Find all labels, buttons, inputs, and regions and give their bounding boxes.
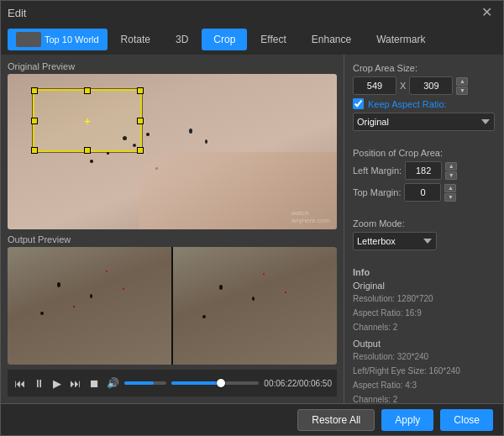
original-info-title: Original	[353, 281, 495, 291]
zoom-mode-group: Zoom Mode: Letterbox Pan & Scan Full	[353, 218, 495, 250]
original-channels: Channels: 2	[353, 321, 495, 334]
output-frame-right	[173, 247, 337, 365]
tab-enhance[interactable]: Enhance	[300, 29, 363, 50]
output-aspect: Aspect Ratio: 4:3	[353, 379, 495, 391]
tab-3d[interactable]: 3D	[164, 29, 200, 50]
play-pause-button[interactable]: ⏸	[32, 376, 46, 391]
height-spinner: ▲ ▼	[456, 77, 468, 95]
video-tab[interactable]: Top 10 World	[8, 29, 108, 50]
output-preview-section: Output Preview	[8, 234, 337, 365]
original-preview-box: + watchanyhere.com	[8, 74, 337, 229]
tab-watermark[interactable]: Watermark	[365, 29, 437, 50]
tab-crop[interactable]: Crop	[202, 29, 247, 50]
top-margin-up-button[interactable]: ▲	[444, 184, 456, 192]
edit-window: Edit ✕ Top 10 World Rotate 3D Crop Effec…	[0, 0, 504, 436]
crop-height-input[interactable]	[409, 76, 453, 95]
go-end-button[interactable]: ⏭	[68, 376, 82, 391]
output-frames	[8, 247, 337, 365]
tab-effect[interactable]: Effect	[249, 29, 297, 50]
video-tab-label: Top 10 World	[45, 34, 99, 45]
progress-fill	[171, 381, 221, 385]
volume-icon: 🔊	[107, 377, 119, 389]
right-panel: Crop Area Size: X ▲ ▼ Keep Aspect Ratio:…	[344, 55, 503, 403]
crop-area-size-label: Crop Area Size:	[353, 63, 495, 73]
left-margin-input[interactable]	[405, 161, 442, 180]
output-preview-box	[8, 247, 337, 365]
close-button[interactable]: Close	[440, 409, 493, 431]
crop-area-size-group: Crop Area Size: X ▲ ▼ Keep Aspect Ratio:…	[353, 63, 495, 131]
main-content: Original Preview	[1, 55, 503, 403]
volume-slider[interactable]	[124, 381, 166, 385]
position-label: Position of Crop Area:	[353, 148, 495, 158]
crop-position-group: Position of Crop Area: Left Margin: ▲ ▼ …	[353, 148, 495, 202]
progress-thumb	[217, 379, 225, 387]
output-channels: Channels: 2	[353, 393, 495, 403]
progress-bar[interactable]	[171, 381, 259, 385]
apply-button[interactable]: Apply	[381, 409, 433, 431]
keep-aspect-row: Keep Aspect Ratio:	[353, 98, 495, 109]
output-eye-size: Left/Right Eye Size: 160*240	[353, 365, 495, 377]
height-up-button[interactable]: ▲	[456, 77, 468, 86]
original-resolution: Resolution: 1280*720	[353, 292, 495, 305]
keep-aspect-label: Keep Aspect Ratio:	[368, 99, 447, 109]
left-margin-label: Left Margin:	[353, 165, 402, 176]
aspect-ratio-select[interactable]: Original 16:9 4:3 1:1	[353, 113, 495, 131]
stop-button[interactable]: ⏹	[87, 376, 102, 391]
original-preview-section: Original Preview	[8, 61, 337, 229]
video-thumbnail	[16, 32, 41, 47]
close-window-button[interactable]: ✕	[477, 4, 496, 21]
title-bar: Edit ✕	[1, 1, 503, 24]
left-margin-up-button[interactable]: ▲	[445, 162, 457, 171]
go-start-button[interactable]: ⏮	[13, 376, 27, 391]
watermark-text: watchanyhere.com	[291, 209, 330, 224]
crop-size-row: X ▲ ▼	[353, 76, 495, 95]
left-panel: Original Preview	[1, 55, 344, 403]
tab-rotate[interactable]: Rotate	[109, 29, 162, 50]
original-preview-label: Original Preview	[8, 61, 337, 71]
window-title: Edit	[8, 7, 26, 19]
crop-width-input[interactable]	[353, 76, 396, 95]
time-display: 00:06:22/00:06:50	[264, 379, 332, 388]
playback-controls: ⏮ ⏸ ▶ ⏭ ⏹ 🔊 00:06:22/00:06:50	[8, 370, 337, 397]
keep-aspect-checkbox[interactable]	[353, 98, 364, 109]
zoom-mode-select[interactable]: Letterbox Pan & Scan Full	[353, 232, 437, 250]
tab-bar: Top 10 World Rotate 3D Crop Effect Enhan…	[1, 24, 503, 55]
top-margin-label: Top Margin:	[353, 187, 401, 197]
output-info-title: Output	[353, 339, 495, 349]
original-video-frame: + watchanyhere.com	[8, 74, 337, 229]
output-frame-left	[8, 247, 171, 365]
height-down-button[interactable]: ▼	[456, 87, 468, 95]
original-aspect: Aspect Ratio: 16:9	[353, 307, 495, 319]
info-label: Info	[353, 267, 495, 277]
top-margin-row: Top Margin: ▲ ▼	[353, 183, 495, 202]
left-margin-row: Left Margin: ▲ ▼	[353, 161, 495, 180]
restore-all-button[interactable]: Restore All	[297, 409, 375, 431]
output-resolution: Resolution: 320*240	[353, 350, 495, 363]
left-margin-down-button[interactable]: ▼	[445, 171, 457, 180]
top-margin-down-button[interactable]: ▼	[444, 193, 456, 202]
top-margin-spinner: ▲ ▼	[444, 184, 456, 202]
left-margin-spinner: ▲ ▼	[445, 162, 457, 180]
output-preview-label: Output Preview	[8, 234, 337, 244]
action-bar: Restore All Apply Close	[1, 403, 503, 435]
size-separator: X	[400, 81, 406, 91]
info-section: Info Original Resolution: 1280*720 Aspec…	[353, 267, 495, 403]
top-margin-input[interactable]	[404, 183, 441, 202]
volume-fill	[124, 381, 154, 385]
zoom-mode-label: Zoom Mode:	[353, 218, 495, 229]
play-forward-button[interactable]: ▶	[51, 376, 63, 391]
video-content	[8, 74, 337, 229]
